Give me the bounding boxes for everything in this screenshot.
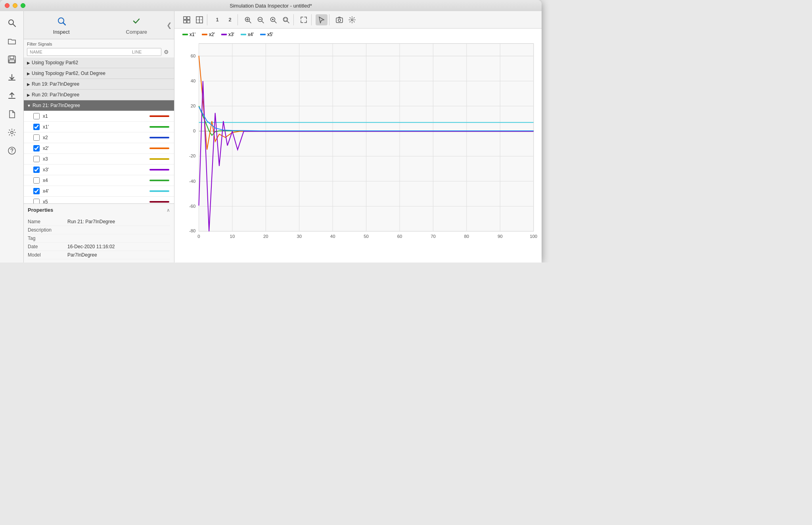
close-button[interactable] <box>5 3 10 8</box>
toolbar-screenshot-button[interactable] <box>333 14 345 25</box>
group-row-g5[interactable]: ▼ Run 21: Par7InDegree <box>24 100 174 111</box>
document-icon <box>8 110 16 119</box>
signal-checkbox-x1p[interactable] <box>33 124 40 130</box>
compare-tab-icon <box>132 17 141 27</box>
signal-row-x2: x2 <box>24 132 174 143</box>
legend-color-x1p <box>182 34 188 35</box>
svg-rect-30 <box>336 18 343 23</box>
toolbar-fullscreen-button[interactable] <box>298 14 310 25</box>
svg-line-22 <box>262 21 264 23</box>
toolbar-zoom-out-button[interactable] <box>255 14 266 25</box>
folder-icon <box>8 37 16 46</box>
sidebar-item-folder[interactable] <box>3 33 21 50</box>
svg-text:20: 20 <box>263 234 268 239</box>
legend-item-x5p: x5' <box>260 32 273 37</box>
svg-line-25 <box>275 21 277 23</box>
upload-icon <box>8 92 16 100</box>
svg-text:40: 40 <box>191 79 196 83</box>
properties-chevron-icon: ∧ <box>167 207 170 213</box>
group-row-g1[interactable]: ▶ Using Topology Par62 <box>24 57 174 68</box>
sidebar-item-search[interactable] <box>3 14 21 32</box>
group-label-g2: Using Topology Par62, Out Degree <box>32 71 105 76</box>
signal-name-x5: x5 <box>43 199 149 203</box>
toolbar-settings-button[interactable] <box>346 14 358 25</box>
prop-value-date: 16-Dec-2020 11:16:02 <box>67 244 170 249</box>
toolbar-grid-split-button[interactable] <box>193 14 205 25</box>
svg-text:60: 60 <box>397 234 402 239</box>
signal-row-x3: x3 <box>24 154 174 165</box>
toolbar-panel1-button[interactable]: 1 <box>211 14 223 25</box>
signal-line-x3 <box>149 158 169 160</box>
signal-name-x4: x4 <box>43 178 149 183</box>
prop-label-description: Description <box>28 227 67 233</box>
minimize-button[interactable] <box>13 3 17 8</box>
toolbar-cursor-button[interactable] <box>316 14 327 25</box>
filter-settings-button[interactable]: ⚙ <box>161 49 171 55</box>
group-row-g3[interactable]: ▶ Run 19: Par7InDegree <box>24 79 174 90</box>
prop-row-tag: Tag <box>28 234 170 243</box>
sidebar-item-help[interactable] <box>3 142 21 159</box>
svg-line-1 <box>13 24 15 27</box>
prop-label-model: Model <box>28 252 67 258</box>
group-row-g2[interactable]: ▶ Using Topology Par62, Out Degree <box>24 68 174 79</box>
svg-rect-10 <box>184 17 186 19</box>
signal-row-x4: x4 <box>24 175 174 186</box>
legend-color-x4p <box>241 34 246 35</box>
toolbar-zoom-region-button[interactable] <box>280 14 292 25</box>
svg-text:30: 30 <box>297 234 302 239</box>
svg-text:-60: -60 <box>189 204 195 209</box>
signal-checkbox-x3[interactable] <box>33 156 40 162</box>
inspect-tab-icon <box>57 17 66 27</box>
sidebar-item-document[interactable] <box>3 105 21 123</box>
sidebar-item-settings[interactable] <box>3 124 21 141</box>
signal-checkbox-x1[interactable] <box>33 113 40 119</box>
svg-text:10: 10 <box>230 234 235 239</box>
inspect-tab-label: Inspect <box>53 29 70 35</box>
signal-line-x2p <box>149 148 169 149</box>
chart-svg: 60 40 20 0 -20 -40 -60 -80 0 10 20 30 40… <box>178 40 538 247</box>
svg-text:70: 70 <box>431 234 436 239</box>
signal-checkbox-x4p[interactable] <box>33 188 40 194</box>
signal-name-x4p: x4' <box>43 188 149 194</box>
legend-label-x1p: x1' <box>190 32 195 37</box>
arrow-icon-g4: ▶ <box>27 93 30 97</box>
sidebar-item-upload[interactable] <box>3 87 21 105</box>
toolbar-zoom-fit-button[interactable] <box>267 14 279 25</box>
svg-line-9 <box>63 23 65 25</box>
signal-row-x1p: x1' <box>24 122 174 132</box>
toolbar-panel2-button[interactable]: 2 <box>224 14 236 25</box>
prop-row-name: Name Run 21: Par7InDegree <box>28 218 170 226</box>
filter-name-col: NAME <box>27 48 130 56</box>
signal-checkbox-x4[interactable] <box>33 177 40 184</box>
save-icon <box>8 55 16 64</box>
toolbar-grid4-button[interactable] <box>181 14 193 25</box>
tab-inspect[interactable]: Inspect <box>24 14 99 39</box>
chart-area: 1 2 <box>174 11 542 262</box>
svg-point-31 <box>338 19 341 21</box>
panel-collapse-button[interactable]: ❮ <box>167 21 172 29</box>
titlebar-buttons <box>5 3 25 8</box>
maximize-button[interactable] <box>21 3 25 8</box>
legend-label-x5p: x5' <box>267 32 273 37</box>
signal-checkbox-x2[interactable] <box>33 134 40 141</box>
sidebar-item-save[interactable] <box>3 51 21 68</box>
svg-point-6 <box>8 147 15 154</box>
signal-checkbox-x2p[interactable] <box>33 145 40 151</box>
group-label-g5: Run 21: Par7InDegree <box>33 103 80 108</box>
svg-text:50: 50 <box>364 234 369 239</box>
group-row-g4[interactable]: ▶ Run 20: Par7InDegree <box>24 90 174 100</box>
signal-name-x3: x3 <box>43 156 149 162</box>
chart-legend: x1' x2' x3' x4' x5' <box>174 29 542 40</box>
sidebar-item-download[interactable] <box>3 69 21 86</box>
chart-svg-container[interactable]: 60 40 20 0 -20 -40 -60 -80 0 10 20 30 40… <box>174 40 542 262</box>
toolbar-zoom-in-button[interactable] <box>242 14 254 25</box>
arrow-icon-g3: ▶ <box>27 82 30 86</box>
legend-item-x2p: x2' <box>202 32 215 37</box>
properties-header[interactable]: Properties ∧ <box>24 204 174 216</box>
tab-compare[interactable]: Compare <box>99 14 174 39</box>
icon-sidebar <box>0 11 24 262</box>
legend-color-x5p <box>260 34 266 35</box>
toolbar-group-zoom <box>240 14 294 25</box>
signal-checkbox-x3p[interactable] <box>33 167 40 173</box>
signal-checkbox-x5[interactable] <box>33 199 40 203</box>
